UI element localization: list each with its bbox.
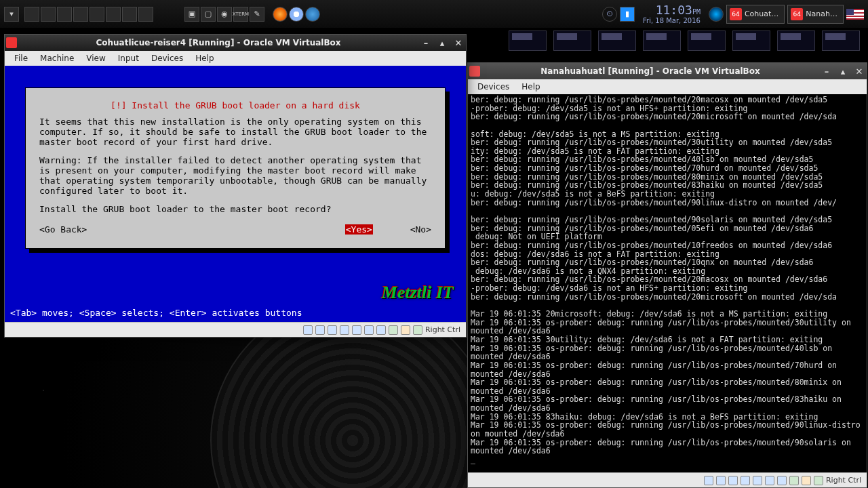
workspace-thumb[interactable]	[822, 30, 860, 51]
clock-date: Fri, 18 Mar, 2016	[643, 17, 701, 24]
vm-window-nanahuahuatl[interactable]: Nanahuahuatl [Running] - Oracle VM Virtu…	[467, 62, 867, 488]
workspace-thumb[interactable]	[509, 30, 547, 51]
go-back-button[interactable]: <Go Back>	[39, 224, 107, 235]
gauge-icon[interactable]: ⏲	[602, 7, 617, 22]
task-badge: 64	[791, 8, 803, 20]
minimize-button[interactable]: –	[420, 37, 432, 48]
menubar: File Machine View Input Devices Help	[5, 51, 466, 66]
menu-help[interactable]: Help	[190, 52, 219, 64]
vm-window-cohuatlicue[interactable]: Cohuatlicue-reiser4 [Running] - Oracle V…	[4, 34, 467, 338]
terminal-icon[interactable]: ▣	[184, 7, 199, 22]
close-button[interactable]: ✕	[853, 66, 865, 77]
workspace-thumb[interactable]	[732, 30, 770, 51]
vm-statusbar: Right Ctrl	[5, 322, 466, 337]
menubar: Devices Help	[468, 79, 867, 94]
firefox-icon[interactable]	[273, 7, 288, 22]
host-key-label: Right Ctrl	[425, 325, 460, 334]
dialog-question: Install the GRUB boot loader to the mast…	[39, 205, 431, 215]
task-label: Nanah…	[806, 9, 837, 18]
window-title: Cohuatlicue-reiser4 [Running] - Oracle V…	[21, 38, 416, 47]
status-icon[interactable]	[789, 476, 799, 485]
launcher-group	[24, 7, 153, 22]
launcher-icon[interactable]	[122, 7, 137, 22]
launcher-icon[interactable]	[73, 7, 88, 22]
launcher-icon[interactable]	[41, 7, 56, 22]
titlebar[interactable]: Cohuatlicue-reiser4 [Running] - Oracle V…	[5, 35, 466, 51]
battery-icon[interactable]: ▮	[620, 7, 635, 22]
workspace-thumb[interactable]	[553, 30, 591, 51]
monitor-icon[interactable]: ▢	[201, 7, 216, 22]
menu-devices[interactable]: Devices	[472, 81, 515, 93]
keyboard-layout-flag-icon[interactable]	[846, 9, 864, 20]
yes-button[interactable]: <Yes>	[345, 224, 373, 235]
workspace-thumb[interactable]	[777, 30, 815, 51]
clock-time: 11:03	[656, 3, 692, 17]
dialog-title: [!] Install the GRUB boot loader on a ha…	[39, 100, 431, 110]
dialog-text-1: It seems that this new installation is t…	[39, 117, 431, 148]
status-icon[interactable]	[389, 325, 398, 335]
menu-view[interactable]: View	[81, 52, 111, 64]
taskbar-entry-vm2[interactable]: 64 Nanah…	[787, 5, 844, 24]
editor-icon[interactable]: ✎	[250, 7, 264, 22]
menu-help[interactable]: Help	[516, 81, 545, 93]
terminal-output[interactable]: ber: debug: running /usr/lib/os-probes/m…	[468, 94, 867, 472]
status-icon[interactable]	[413, 325, 422, 335]
status-icon[interactable]	[765, 476, 774, 485]
tv-icon[interactable]: ◉	[217, 7, 232, 22]
clock[interactable]: 11:03PM Fri, 18 Mar, 2016	[643, 3, 701, 24]
status-icon[interactable]	[340, 325, 349, 335]
task-badge: 64	[730, 8, 742, 20]
app-icon	[6, 37, 17, 48]
status-icon[interactable]	[376, 325, 386, 335]
launcher-icon[interactable]	[90, 7, 104, 22]
launcher-icon[interactable]	[57, 7, 72, 22]
status-icon[interactable]	[303, 325, 313, 335]
status-icon[interactable]	[802, 476, 811, 485]
window-title: Nanahuahuatl [Running] - Oracle VM Virtu…	[484, 66, 816, 76]
close-button[interactable]: ✕	[452, 37, 465, 48]
menu-input[interactable]: Input	[113, 52, 144, 64]
menu-file[interactable]: File	[9, 52, 33, 64]
status-icon[interactable]	[328, 325, 337, 335]
audio-visualizer-icon[interactable]	[709, 7, 724, 22]
status-icon[interactable]	[814, 476, 823, 485]
taskbar-entry-vm1[interactable]: 64 Cohuat…	[726, 5, 785, 24]
installer-dialog: [!] Install the GRUB boot loader on a ha…	[25, 87, 446, 249]
browser-group	[273, 7, 320, 22]
clock-ampm: PM	[692, 8, 701, 16]
workspace-pager	[500, 28, 868, 53]
workspace-thumb[interactable]	[688, 30, 726, 51]
minimize-button[interactable]: –	[821, 66, 833, 77]
status-icon[interactable]	[704, 476, 713, 485]
launcher-icon[interactable]	[106, 7, 121, 22]
no-button[interactable]: <No>	[410, 224, 431, 235]
status-icon[interactable]	[315, 325, 325, 335]
status-icon[interactable]	[728, 476, 738, 485]
launcher-icon[interactable]	[24, 7, 39, 22]
status-icon[interactable]	[401, 325, 410, 335]
status-icon[interactable]	[741, 476, 750, 485]
maximize-button[interactable]: ▴	[436, 37, 448, 48]
brand-watermark: Metztli IT	[382, 283, 454, 303]
status-icon[interactable]	[352, 325, 361, 335]
xterm-icon[interactable]: XTERM	[233, 7, 248, 22]
workspace-thumb[interactable]	[643, 30, 681, 51]
task-label: Cohuat…	[745, 9, 778, 18]
app-icon	[469, 66, 480, 77]
menu-button[interactable]: ▾	[4, 7, 19, 22]
menu-devices[interactable]: Devices	[146, 52, 189, 64]
status-icon[interactable]	[364, 325, 374, 335]
status-icon[interactable]	[716, 476, 726, 485]
menu-machine[interactable]: Machine	[35, 52, 79, 64]
status-icon[interactable]	[753, 476, 762, 485]
app-launcher-group: ▣ ▢ ◉ XTERM ✎	[184, 7, 264, 22]
launcher-icon[interactable]	[138, 7, 153, 22]
status-icon[interactable]	[777, 476, 787, 485]
globe-icon[interactable]	[305, 7, 320, 22]
maximize-button[interactable]: ▴	[837, 66, 849, 77]
chromium-icon[interactable]	[289, 7, 304, 22]
workspace-thumb[interactable]	[598, 30, 636, 51]
host-key-label: Right Ctrl	[826, 476, 861, 485]
titlebar[interactable]: Nanahuahuatl [Running] - Oracle VM Virtu…	[468, 63, 867, 79]
vm-display[interactable]: [!] Install the GRUB boot loader on a ha…	[5, 66, 466, 322]
